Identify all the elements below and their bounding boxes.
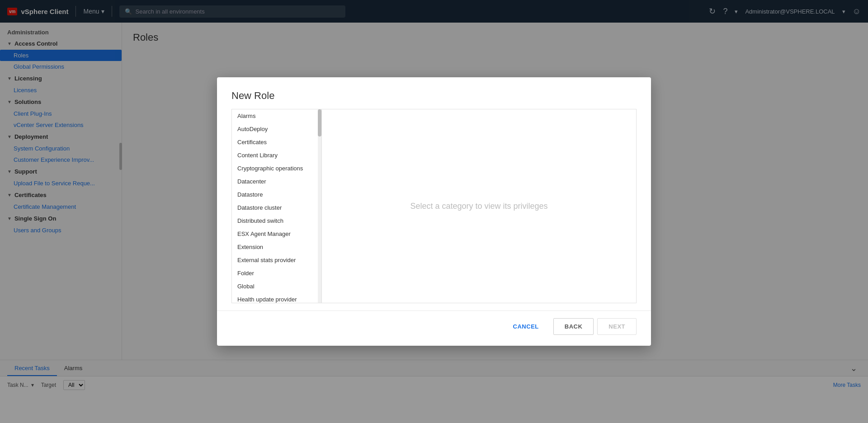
dialog-footer: CANCEL BACK NEXT	[217, 310, 651, 346]
modal-overlay: New Role Alarms AutoDeploy Certificates …	[0, 0, 868, 423]
list-item-content-library[interactable]: Content Library	[232, 149, 321, 162]
list-item-datacenter[interactable]: Datacenter	[232, 175, 321, 188]
list-item-folder[interactable]: Folder	[232, 267, 321, 280]
back-button[interactable]: BACK	[553, 318, 594, 335]
list-item-certificates[interactable]: Certificates	[232, 136, 321, 149]
list-item-cryptographic-ops[interactable]: Cryptographic operations	[232, 162, 321, 175]
list-item-extension[interactable]: Extension	[232, 240, 321, 254]
dialog-body: Alarms AutoDeploy Certificates Content L…	[217, 109, 651, 310]
dialog-title: New Role	[217, 77, 651, 109]
detail-placeholder-text: Select a category to view its privileges	[410, 202, 547, 211]
list-scrollbar	[318, 109, 321, 303]
list-item-autodeploy[interactable]: AutoDeploy	[232, 122, 321, 136]
next-button[interactable]: NEXT	[597, 318, 637, 335]
list-item-alarms[interactable]: Alarms	[232, 109, 321, 122]
list-item-datastore-cluster[interactable]: Datastore cluster	[232, 201, 321, 214]
new-role-dialog: New Role Alarms AutoDeploy Certificates …	[217, 77, 651, 346]
list-item-global[interactable]: Global	[232, 280, 321, 293]
list-scrollbar-thumb	[318, 109, 321, 136]
list-item-datastore[interactable]: Datastore	[232, 188, 321, 201]
cancel-button[interactable]: CANCEL	[502, 319, 550, 334]
list-item-distributed-switch[interactable]: Distributed switch	[232, 214, 321, 227]
list-item-health-update[interactable]: Health update provider	[232, 293, 321, 303]
privilege-detail-panel: Select a category to view its privileges	[322, 109, 637, 303]
list-item-esx-agent-manager[interactable]: ESX Agent Manager	[232, 227, 321, 240]
privilege-category-list: Alarms AutoDeploy Certificates Content L…	[231, 109, 322, 303]
list-item-external-stats[interactable]: External stats provider	[232, 254, 321, 267]
